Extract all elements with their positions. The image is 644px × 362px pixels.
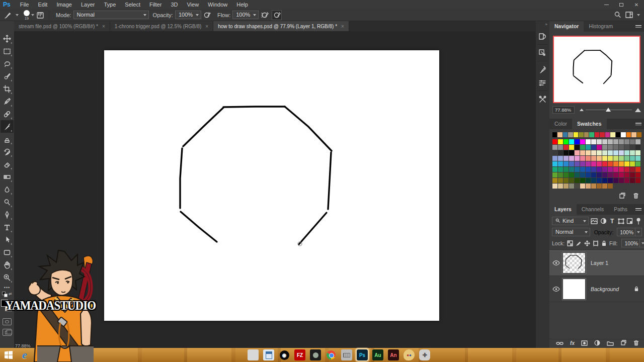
color-swatch[interactable]: [558, 167, 563, 172]
airbrush-icon[interactable]: [260, 10, 270, 20]
swatches-tab-swatches[interactable]: Swatches: [572, 119, 606, 129]
brush-picker-chevron-icon[interactable]: [31, 14, 34, 16]
new-group-icon[interactable]: [607, 339, 614, 348]
default-colors-icon[interactable]: ⇄: [1, 292, 14, 298]
color-swatch[interactable]: [564, 150, 569, 155]
taskbar-audition[interactable]: Au: [372, 349, 383, 360]
taskbar-gamepad-app[interactable]: ✚: [419, 349, 430, 360]
color-swatch[interactable]: [558, 172, 563, 177]
recent-color-swatch[interactable]: [584, 132, 589, 137]
color-swatch[interactable]: [608, 156, 613, 161]
recent-color-swatch[interactable]: [600, 132, 604, 137]
zoom-in-icon[interactable]: [635, 108, 641, 112]
swatches-tab-color[interactable]: Color: [549, 119, 572, 129]
recent-color-swatch[interactable]: [605, 132, 610, 137]
color-swatch[interactable]: [635, 145, 640, 150]
lock-transparency-icon[interactable]: [567, 239, 573, 247]
color-swatch[interactable]: [613, 172, 618, 177]
color-swatch[interactable]: [619, 172, 624, 177]
history-panel-icon[interactable]: [536, 30, 549, 43]
color-swatch[interactable]: [630, 156, 635, 161]
color-swatch[interactable]: [552, 156, 557, 161]
menu-layer[interactable]: Layer: [76, 0, 100, 9]
color-swatch[interactable]: [608, 139, 613, 144]
hand-tool[interactable]: [1, 258, 14, 271]
recent-color-swatch[interactable]: [552, 132, 557, 137]
lock-pixels-icon[interactable]: [576, 239, 582, 247]
color-swatch[interactable]: [569, 161, 574, 166]
color-swatch[interactable]: [591, 178, 596, 183]
brush-presets-panel-icon[interactable]: [536, 76, 549, 89]
taskbar-calculator-app[interactable]: [263, 349, 274, 360]
color-swatch[interactable]: [619, 161, 624, 166]
color-swatch[interactable]: [552, 184, 557, 189]
recent-color-swatch[interactable]: [621, 132, 625, 137]
color-swatch[interactable]: [580, 172, 585, 177]
recent-color-swatch[interactable]: [595, 132, 599, 137]
collapse-panels-icon[interactable]: »: [545, 22, 547, 27]
color-swatch[interactable]: [602, 139, 607, 144]
color-swatch[interactable]: [619, 145, 624, 150]
layer-name[interactable]: Background: [591, 286, 619, 292]
color-swatch[interactable]: [597, 145, 602, 150]
color-swatch[interactable]: [591, 172, 596, 177]
document-canvas[interactable]: [104, 50, 439, 321]
color-swatch[interactable]: [624, 172, 629, 177]
color-swatch[interactable]: [564, 172, 569, 177]
eyedropper-tool[interactable]: [1, 95, 14, 108]
color-swatch[interactable]: [564, 184, 569, 189]
color-swatch[interactable]: [575, 172, 580, 177]
color-swatch[interactable]: [619, 178, 624, 183]
color-swatch[interactable]: [586, 172, 591, 177]
brush-panel-toggle-icon[interactable]: [35, 10, 45, 20]
color-swatch[interactable]: [635, 150, 640, 155]
start-button[interactable]: [0, 348, 17, 362]
shape-tool[interactable]: [1, 246, 14, 258]
lock-artboard-icon[interactable]: [593, 239, 599, 247]
document-tab[interactable]: how to draw shapes.psd @ 77.9% (Layer 1,…: [213, 21, 349, 31]
color-swatch[interactable]: [580, 156, 585, 161]
color-swatch[interactable]: [597, 172, 602, 177]
color-swatch[interactable]: [630, 145, 635, 150]
color-swatch[interactable]: [624, 178, 629, 183]
color-swatch[interactable]: [597, 150, 602, 155]
taskbar-keyboard-utility[interactable]: [341, 349, 352, 360]
new-layer-icon[interactable]: [620, 339, 627, 348]
layer-filter-dropdown[interactable]: Kind: [552, 217, 589, 225]
recent-color-swatch[interactable]: [579, 132, 583, 137]
type-tool[interactable]: [1, 221, 14, 233]
recent-color-swatch[interactable]: [637, 132, 641, 137]
taskbar-printer-3d-app[interactable]: [248, 349, 259, 360]
color-swatch[interactable]: [597, 161, 602, 166]
color-swatch[interactable]: [630, 150, 635, 155]
zoom-out-icon[interactable]: [580, 109, 584, 111]
dodge-tool[interactable]: [1, 196, 14, 208]
color-swatch[interactable]: [635, 161, 640, 166]
search-icon[interactable]: [612, 10, 622, 20]
color-swatch[interactable]: [608, 184, 613, 189]
color-swatch[interactable]: [575, 167, 580, 172]
color-swatch[interactable]: [558, 156, 563, 161]
menu-view[interactable]: View: [182, 0, 203, 9]
color-swatch[interactable]: [613, 139, 618, 144]
brush-settings-panel-icon[interactable]: [536, 63, 549, 76]
recent-color-swatch[interactable]: [574, 132, 578, 137]
color-swatch[interactable]: [575, 178, 580, 183]
color-swatch[interactable]: [608, 161, 613, 166]
recent-color-swatch[interactable]: [610, 132, 615, 137]
color-swatch[interactable]: [635, 172, 640, 177]
color-swatch[interactable]: [558, 161, 563, 166]
color-swatch[interactable]: [602, 161, 607, 166]
color-swatch[interactable]: [613, 161, 618, 166]
document-tab[interactable]: stream file.psd @ 100% (RGB/8#) *×: [14, 21, 110, 31]
color-swatch[interactable]: [552, 178, 557, 183]
color-swatch[interactable]: [630, 172, 635, 177]
color-swatch[interactable]: [575, 145, 580, 150]
recent-color-swatch[interactable]: [563, 132, 568, 137]
color-swatch[interactable]: [608, 172, 613, 177]
recent-color-swatch[interactable]: [557, 132, 562, 137]
move-tool[interactable]: [1, 32, 14, 45]
brush-tool-icon[interactable]: [3, 10, 13, 20]
recent-color-swatch[interactable]: [589, 132, 594, 137]
color-swatch[interactable]: [569, 150, 574, 155]
